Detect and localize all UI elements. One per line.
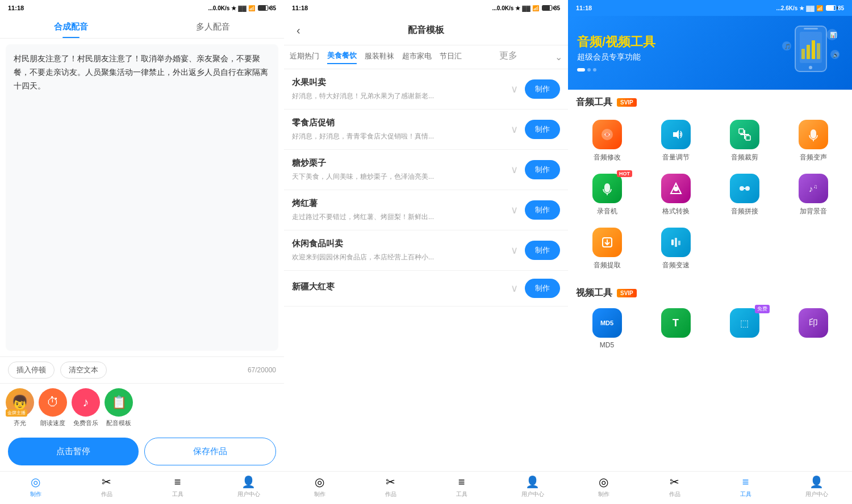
banner-phone-graphic: 📊 🎵 🔊 xyxy=(778,23,846,82)
network-speed-2: ...0.0K/s xyxy=(492,5,513,11)
tool-md5[interactable]: MD5 MD5 xyxy=(574,304,640,354)
cat-holiday[interactable]: 节日汇 xyxy=(440,51,462,64)
tool-speed[interactable]: 音频变速 xyxy=(642,223,709,275)
svg-rect-33 xyxy=(675,238,677,247)
tool-screen[interactable]: 免费 ⬚ xyxy=(711,304,778,354)
expand-icon-4[interactable]: ∨ xyxy=(511,244,518,257)
text-tools-left: 插入停顿 清空文本 xyxy=(8,362,107,379)
voice-music[interactable]: ♪ 免费音乐 xyxy=(72,388,100,427)
signal-icon: ▓▓ xyxy=(238,5,247,11)
expand-icon-3[interactable]: ∨ xyxy=(511,204,518,216)
tool-text[interactable]: T xyxy=(642,304,709,354)
make-button-1[interactable]: 制作 xyxy=(525,120,560,139)
tool-audio-modify[interactable]: 音频修改 xyxy=(574,115,640,167)
works-icon-1: ✂ xyxy=(100,475,114,489)
template-title-2: 糖炒栗子 xyxy=(292,158,511,169)
nav-make-1[interactable]: ◎ 制作 xyxy=(0,475,71,498)
nav-tools-2[interactable]: ≡ 工具 xyxy=(426,475,497,498)
svg-text:📊: 📊 xyxy=(830,31,837,39)
cat-recent[interactable]: 近期热门 xyxy=(290,51,319,64)
make-button-5[interactable]: 制作 xyxy=(525,279,560,298)
wifi-icon-3: 📶 xyxy=(816,5,823,11)
battery-icon-1 xyxy=(258,5,268,11)
bgm-icon: ♪♫ xyxy=(799,174,828,203)
extract-icon xyxy=(592,228,622,257)
insert-pause-button[interactable]: 插入停顿 xyxy=(8,362,55,379)
cat-supermarket[interactable]: 超市家电 xyxy=(402,51,432,64)
voice-speed[interactable]: ⏱ 朗读速度 xyxy=(39,388,67,427)
panel-template: 11:18 ...0.0K/s ★ ▓▓ 📶 85 ‹ 配音模板 近期热门 美食… xyxy=(284,0,568,504)
tool-recorder[interactable]: HOT 录音机 xyxy=(574,169,640,221)
header-title: 配音模板 xyxy=(408,24,444,36)
make-button-4[interactable]: 制作 xyxy=(525,241,560,260)
nav-works-2[interactable]: ✂ 作品 xyxy=(355,475,426,498)
voice-qiguang[interactable]: 👦 金牌主播 齐光 xyxy=(6,388,34,427)
make-button-3[interactable]: 制作 xyxy=(525,200,560,220)
save-button[interactable]: 保存作品 xyxy=(144,438,276,465)
tool-audio-voice[interactable]: 音频变声 xyxy=(780,115,846,167)
nav-user-1[interactable]: 👤 用户中心 xyxy=(213,475,284,498)
wifi-icon-2: 📶 xyxy=(532,5,539,11)
tab-multi[interactable]: 多人配音 xyxy=(142,16,284,38)
expand-icon-1[interactable]: ∨ xyxy=(511,123,518,136)
md5-icon: MD5 xyxy=(592,308,622,338)
template-title-3: 烤红薯 xyxy=(292,198,511,209)
time-1: 11:18 xyxy=(8,5,24,11)
expand-icon-0[interactable]: ∨ xyxy=(511,83,518,95)
signal-icon-3: ▓▓ xyxy=(806,5,815,11)
status-bar-2: 11:18 ...0.0K/s ★ ▓▓ 📶 85 xyxy=(284,0,568,16)
tool-name-audio-modify: 音频修改 xyxy=(594,153,621,162)
cat-food[interactable]: 美食餐饮 xyxy=(327,51,357,64)
tool-watermark[interactable]: 印 xyxy=(780,304,846,354)
tool-audio-cut[interactable]: 音频裁剪 xyxy=(711,115,778,167)
pause-button[interactable]: 点击暂停 xyxy=(8,438,139,465)
voice-template[interactable]: 📋 配音模板 xyxy=(105,388,133,427)
tool-audio-volume[interactable]: 音量调节 xyxy=(642,115,709,167)
nav-works-3[interactable]: ✂ 作品 xyxy=(639,475,710,498)
tool-splice[interactable]: 音频拼接 xyxy=(711,169,778,221)
make-button-2[interactable]: 制作 xyxy=(525,160,560,179)
tool-format[interactable]: 格式转换 xyxy=(642,169,709,221)
format-icon xyxy=(661,174,691,203)
back-button[interactable]: ‹ xyxy=(292,22,305,39)
nav-user-2[interactable]: 👤 用户中心 xyxy=(497,475,568,498)
bluetooth-icon: ★ xyxy=(231,5,236,11)
expand-icon-2[interactable]: ∨ xyxy=(511,163,518,176)
nav-make-label-2: 制作 xyxy=(314,490,325,498)
template-title-4: 休闲食品叫卖 xyxy=(292,238,511,249)
cat-clothing[interactable]: 服装鞋袜 xyxy=(365,51,394,64)
voice-options: 👦 金牌主播 齐光 ⏱ 朗读速度 ♪ 免费音乐 📋 配音模板 xyxy=(0,383,284,432)
gold-anchor-badge: 金牌主播 xyxy=(6,409,27,417)
template-item-3: 烤红薯 走过路过不要错过，烤红薯、烤甜梨！新鲜出... ∨ 制作 xyxy=(284,190,568,230)
expand-icon-5[interactable]: ∨ xyxy=(511,282,518,295)
text-editor-area[interactable]: 村民朋友注意了！村民朋友注意了！取消举办婚宴、亲友聚会，不要聚餐，不要走亲访友。… xyxy=(6,44,278,351)
battery-icon-2 xyxy=(542,5,552,11)
template-actions-4: ∨ 制作 xyxy=(511,241,560,260)
clear-text-button[interactable]: 清空文本 xyxy=(60,362,107,379)
nav-make-3[interactable]: ◎ 制作 xyxy=(568,475,639,498)
tools-icon-1: ≡ xyxy=(171,475,185,489)
video-section-title: 视频工具 xyxy=(576,287,612,299)
nav-tools-1[interactable]: ≡ 工具 xyxy=(142,475,213,498)
splice-icon xyxy=(730,174,759,203)
wifi-icon: 📶 xyxy=(248,5,255,11)
svg-rect-6 xyxy=(812,40,815,59)
text-toolbar: 插入停顿 清空文本 67/20000 xyxy=(0,356,284,383)
nav-tools-3[interactable]: ≡ 工具 xyxy=(710,475,781,498)
expand-categories-icon[interactable]: ⌄ xyxy=(555,52,562,62)
nav-tools-label-1: 工具 xyxy=(172,490,183,498)
battery-icon-3 xyxy=(826,5,836,11)
text-content: 村民朋友注意了！村民朋友注意了！取消举办婚宴、亲友聚会，不要聚餐，不要走亲访友。… xyxy=(14,52,270,93)
nav-make-2[interactable]: ◎ 制作 xyxy=(284,475,355,498)
network-speed-3: ...2.6K/s xyxy=(776,5,797,11)
make-button-0[interactable]: 制作 xyxy=(525,79,560,99)
tool-extract[interactable]: 音频提取 xyxy=(574,223,640,275)
nav-works-1[interactable]: ✂ 作品 xyxy=(71,475,142,498)
cat-more[interactable]: 更多 xyxy=(499,50,517,64)
audio-volume-icon xyxy=(661,120,691,149)
tool-bgm[interactable]: ♪♫ 加背景音 xyxy=(780,169,846,221)
nav-user-3[interactable]: 👤 用户中心 xyxy=(781,475,852,498)
user-icon-1: 👤 xyxy=(242,475,256,489)
tab-synthesize[interactable]: 合成配音 xyxy=(0,16,142,38)
promo-banner[interactable]: 音频/视频工具 超级会员专享功能 📊 xyxy=(568,16,852,90)
